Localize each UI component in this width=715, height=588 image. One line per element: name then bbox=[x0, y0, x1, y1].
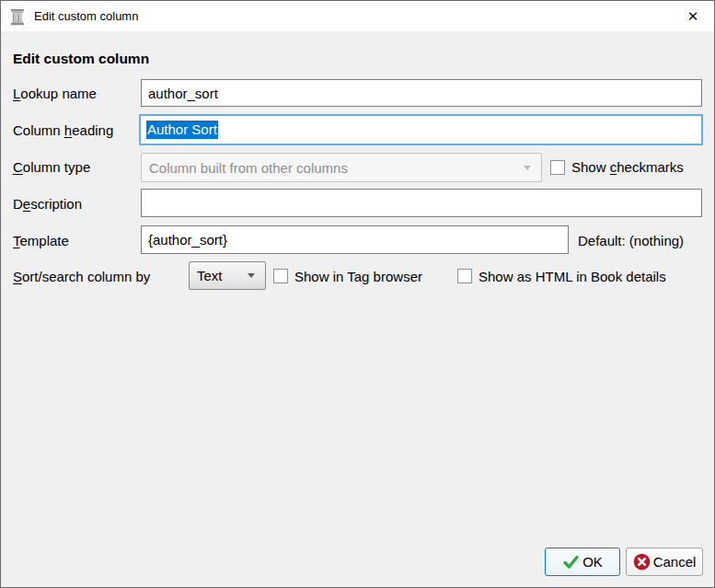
lookup-name-input[interactable] bbox=[141, 79, 702, 107]
edit-custom-column-dialog: Edit custom column ✕ Edit custom column … bbox=[0, 0, 715, 588]
cancel-button[interactable]: Cancel bbox=[626, 548, 703, 576]
window-title: Edit custom column bbox=[34, 9, 138, 23]
selected-text: Author Sort bbox=[146, 121, 218, 139]
description-label: Description bbox=[13, 196, 82, 212]
template-input[interactable] bbox=[141, 225, 569, 254]
dialog-heading: Edit custom column bbox=[13, 51, 149, 67]
show-checkmarks-checkbox[interactable] bbox=[550, 160, 565, 175]
template-default-note: Default: (nothing) bbox=[578, 233, 684, 248]
chevron-down-icon bbox=[524, 166, 531, 170]
ok-button-label: OK bbox=[582, 554, 603, 570]
show-in-tag-browser-checkbox[interactable] bbox=[273, 269, 288, 283]
show-in-tag-browser-label[interactable]: Show in Tag browser bbox=[294, 269, 422, 284]
chevron-down-icon bbox=[248, 273, 255, 278]
close-button[interactable]: ✕ bbox=[672, 1, 714, 31]
column-heading-input[interactable]: Author Sort bbox=[139, 114, 703, 145]
description-input[interactable] bbox=[141, 189, 702, 217]
calibre-column-icon bbox=[8, 7, 27, 26]
sort-search-combo[interactable]: Text bbox=[189, 261, 266, 290]
cancel-x-icon bbox=[633, 553, 651, 571]
show-as-html-checkbox[interactable] bbox=[457, 269, 472, 283]
lookup-name-label: Lookup name bbox=[13, 86, 97, 101]
close-icon: ✕ bbox=[687, 8, 699, 25]
sort-search-label: Sort/search column by bbox=[13, 269, 150, 284]
checkmark-icon bbox=[562, 553, 580, 571]
show-checkmarks-label[interactable]: Show checkmarks bbox=[571, 159, 684, 175]
show-as-html-label[interactable]: Show as HTML in Book details bbox=[479, 269, 666, 284]
template-label: Template bbox=[13, 233, 69, 248]
titlebar[interactable]: Edit custom column ✕ bbox=[1, 1, 714, 31]
column-type-combo: Column built from other columns bbox=[141, 153, 542, 182]
column-type-label: Column type bbox=[13, 159, 90, 175]
cancel-button-label: Cancel bbox=[653, 554, 697, 570]
column-heading-label: Column heading bbox=[13, 122, 113, 138]
ok-button[interactable]: OK bbox=[545, 548, 620, 576]
